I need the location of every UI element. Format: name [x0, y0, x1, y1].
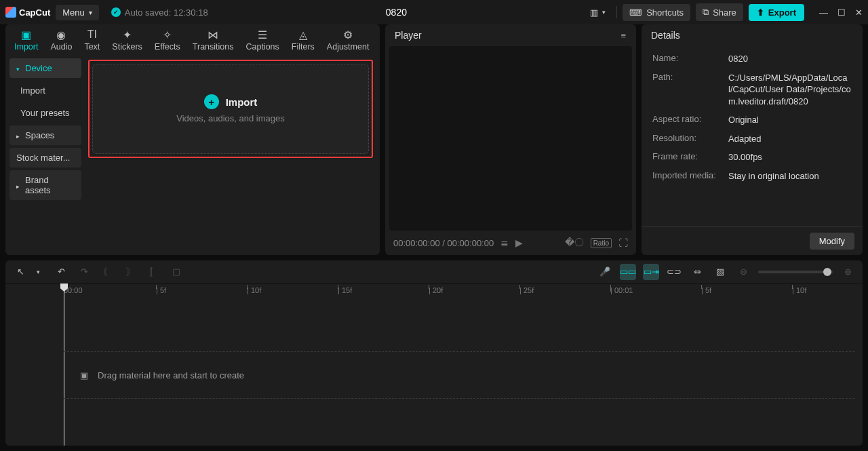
- share-button[interactable]: ⧉ Share: [696, 3, 743, 21]
- compare-icon[interactable]: ≣: [500, 237, 509, 248]
- chevron-right-icon: [16, 180, 22, 191]
- import-row: + Import: [204, 94, 258, 109]
- timeline-panel: ↖ ▾ ↶ ↷ 〘 〙 〚 ▢ 🎤 ▭▭ ▭⇥ ⊂⊃ ⇔ ▧ ⊖ ⊕ 00:00…: [5, 260, 863, 446]
- delete-left-button[interactable]: 〙: [122, 264, 138, 280]
- minimize-button[interactable]: —: [819, 7, 828, 18]
- nav-stock[interactable]: Stock mater...: [9, 148, 81, 168]
- chevron-down-icon: [16, 63, 22, 73]
- close-button[interactable]: ✕: [855, 7, 863, 18]
- effects-icon: ✧: [163, 28, 172, 41]
- tab-transitions[interactable]: ⋈Transitions: [186, 28, 240, 54]
- project-title: 0820: [214, 7, 580, 18]
- player-panel: Player ≡ 00:00:00:00 / 00:00:00:00 ≣ ▶ �…: [385, 24, 636, 255]
- tab-captions[interactable]: ☰Captions: [239, 28, 285, 54]
- details-panel: Details Name:0820 Path:C:/Users/PMLS/App…: [642, 24, 863, 255]
- import-subtitle: Videos, audios, and images: [176, 113, 284, 123]
- window-controls: — ☐ ✕: [819, 7, 863, 18]
- export-icon: ⬆: [757, 7, 764, 18]
- detail-resolution: Resolution:Adapted: [652, 133, 852, 145]
- titlebar: CapCut Menu ✓ Auto saved: 12:30:18 0820 …: [0, 0, 868, 24]
- player-menu-icon[interactable]: ≡: [620, 31, 627, 41]
- timeline-body[interactable]: 00:00| 5f| 10f| 15f| 20f| 25f| 00:01| 5f…: [5, 283, 863, 446]
- nav-brand[interactable]: Brand assets: [9, 170, 81, 200]
- media-panel: ▣Import ◉Audio T‌IText ✦Stickers ✧Effect…: [5, 24, 380, 255]
- nav-presets[interactable]: Your presets: [9, 103, 81, 123]
- delete-right-button[interactable]: 〚: [145, 264, 161, 280]
- timeline-drop-area[interactable]: ▣ Drag material here and start to create: [64, 351, 854, 399]
- media-tabs: ▣Import ◉Audio T‌IText ✦Stickers ✧Effect…: [5, 24, 380, 54]
- modify-button[interactable]: Modify: [810, 233, 854, 250]
- magnet-main-button[interactable]: ▭▭: [620, 264, 636, 280]
- details-footer: Modify: [642, 227, 863, 255]
- tab-filters[interactable]: ◬Filters: [285, 28, 321, 54]
- ruler-tick: | 5f: [156, 286, 166, 294]
- nav-device[interactable]: Device: [9, 58, 81, 78]
- layout-button[interactable]: ▥▾: [585, 5, 611, 20]
- import-title: Import: [226, 96, 258, 108]
- zoom-thumb[interactable]: [823, 268, 831, 276]
- tab-stickers[interactable]: ✦Stickers: [106, 28, 148, 54]
- magnet-snap-button[interactable]: ▭⇥: [643, 264, 659, 280]
- ruler-tick: | 10f: [792, 286, 806, 294]
- tab-adjustment[interactable]: ⚙Adjustment: [321, 28, 376, 54]
- play-button[interactable]: ▶: [515, 237, 523, 248]
- snapshot-icon[interactable]: �〇: [565, 237, 584, 249]
- zoom-in-button[interactable]: ⊕: [840, 264, 856, 280]
- divider: [616, 6, 617, 18]
- ruler-tick: | 20f: [429, 286, 443, 294]
- clip-icon: ▣: [80, 370, 88, 380]
- select-tool[interactable]: ↖: [12, 264, 28, 280]
- export-button[interactable]: ⬆ Export: [749, 4, 804, 21]
- zoom-slider[interactable]: [758, 271, 833, 273]
- maximize-button[interactable]: ☐: [837, 7, 846, 18]
- redo-button[interactable]: ↷: [76, 264, 92, 280]
- timeline-toolbar: ↖ ▾ ↶ ↷ 〘 〙 〚 ▢ 🎤 ▭▭ ▭⇥ ⊂⊃ ⇔ ▧ ⊖ ⊕: [5, 260, 863, 283]
- tab-import[interactable]: ▣Import: [8, 28, 44, 54]
- stickers-icon: ✦: [123, 28, 132, 41]
- menu-button[interactable]: Menu: [56, 5, 99, 20]
- details-body: Name:0820 Path:C:/Users/PMLS/AppData/Loc…: [642, 46, 863, 227]
- import-dropzone[interactable]: + Import Videos, audios, and images: [92, 64, 369, 154]
- preview-axis-button[interactable]: ⇔: [689, 264, 705, 280]
- capcut-logo-icon: [5, 7, 16, 18]
- nav-spaces[interactable]: Spaces: [9, 125, 81, 145]
- audio-icon: ◉: [56, 28, 66, 41]
- tab-audio[interactable]: ◉Audio: [44, 28, 78, 54]
- text-icon: T‌I: [87, 28, 97, 41]
- adjustment-icon: ⚙: [343, 28, 353, 41]
- import-highlight: + Import Videos, audios, and images: [88, 60, 373, 158]
- ratio-button[interactable]: Ratio: [591, 238, 612, 248]
- app-logo: CapCut: [5, 7, 50, 18]
- player-canvas[interactable]: [389, 46, 632, 231]
- cover-button[interactable]: ▧: [712, 264, 728, 280]
- shortcuts-button[interactable]: ⌨ Shortcuts: [623, 4, 690, 21]
- ruler-tick: | 5f: [701, 286, 711, 294]
- media-body: Device Import Your presets Spaces Stock …: [5, 54, 380, 255]
- player-title: Player: [395, 30, 422, 41]
- link-button[interactable]: ⊂⊃: [666, 264, 682, 280]
- detail-name: Name:0820: [652, 53, 852, 65]
- titlebar-right: ▥▾ ⌨ Shortcuts ⧉ Share ⬆ Export — ☐ ✕: [585, 3, 863, 21]
- autosave-status: ✓ Auto saved: 12:30:18: [111, 7, 208, 18]
- captions-icon: ☰: [258, 28, 267, 41]
- tab-effects[interactable]: ✧Effects: [149, 28, 186, 54]
- import-icon: ▣: [21, 28, 31, 41]
- ruler-tick: | 00:01: [610, 286, 633, 294]
- ruler-tick: | 10f: [247, 286, 261, 294]
- delete-button[interactable]: ▢: [168, 264, 184, 280]
- undo-button[interactable]: ↶: [53, 264, 69, 280]
- record-voiceover-button[interactable]: 🎤: [597, 264, 613, 280]
- keyboard-icon: ⌨: [629, 7, 642, 18]
- split-button[interactable]: 〘: [99, 264, 115, 280]
- main-area: ▣Import ◉Audio T‌IText ✦Stickers ✧Effect…: [0, 24, 868, 255]
- fullscreen-icon[interactable]: ⛶: [618, 237, 628, 248]
- zoom-out-button[interactable]: ⊖: [735, 264, 751, 280]
- timeline-ruler[interactable]: 00:00| 5f| 10f| 15f| 20f| 25f| 00:01| 5f…: [5, 283, 863, 300]
- tab-text[interactable]: T‌IText: [78, 28, 106, 54]
- select-mode-dropdown[interactable]: ▾: [30, 264, 46, 280]
- nav-import[interactable]: Import: [9, 81, 81, 100]
- layout-icon: ▥: [590, 7, 598, 18]
- app-name: CapCut: [19, 7, 50, 18]
- share-icon: ⧉: [703, 7, 709, 18]
- filters-icon: ◬: [299, 28, 307, 41]
